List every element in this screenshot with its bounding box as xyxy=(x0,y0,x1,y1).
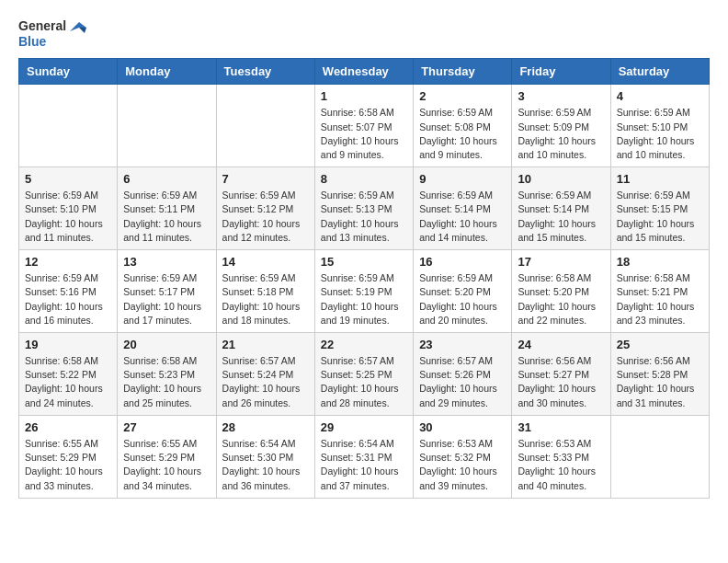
day-info: Sunrise: 6:57 AMSunset: 5:24 PMDaylight:… xyxy=(222,354,309,410)
day-info: Sunrise: 6:58 AMSunset: 5:21 PMDaylight:… xyxy=(617,271,703,327)
day-number: 30 xyxy=(419,420,506,434)
day-number: 10 xyxy=(518,172,604,186)
day-info: Sunrise: 6:53 AMSunset: 5:33 PMDaylight:… xyxy=(518,437,604,493)
calendar-cell: 16Sunrise: 6:59 AMSunset: 5:20 PMDayligh… xyxy=(414,250,512,333)
day-number: 12 xyxy=(25,255,111,269)
day-number: 22 xyxy=(321,338,407,351)
day-info: Sunrise: 6:56 AMSunset: 5:27 PMDaylight:… xyxy=(518,354,604,410)
calendar-cell: 22Sunrise: 6:57 AMSunset: 5:25 PMDayligh… xyxy=(314,333,413,416)
day-number: 17 xyxy=(518,255,604,269)
day-number: 7 xyxy=(222,172,309,186)
day-number: 4 xyxy=(617,89,703,103)
calendar-cell xyxy=(610,415,709,498)
calendar-cell: 6Sunrise: 6:59 AMSunset: 5:11 PMDaylight… xyxy=(118,167,216,250)
day-number: 27 xyxy=(123,420,210,434)
day-info: Sunrise: 6:58 AMSunset: 5:20 PMDaylight:… xyxy=(518,271,604,327)
weekday-header-wednesday: Wednesday xyxy=(314,59,413,85)
svg-marker-1 xyxy=(79,28,86,33)
day-number: 25 xyxy=(617,338,703,351)
calendar-cell: 25Sunrise: 6:56 AMSunset: 5:28 PMDayligh… xyxy=(610,333,709,416)
day-number: 5 xyxy=(25,172,111,186)
calendar-cell: 9Sunrise: 6:59 AMSunset: 5:14 PMDaylight… xyxy=(414,167,512,250)
day-info: Sunrise: 6:58 AMSunset: 5:23 PMDaylight:… xyxy=(123,354,210,410)
calendar-cell: 2Sunrise: 6:59 AMSunset: 5:08 PMDaylight… xyxy=(414,85,512,167)
day-number: 23 xyxy=(419,338,506,351)
day-info: Sunrise: 6:59 AMSunset: 5:08 PMDaylight:… xyxy=(419,106,506,162)
weekday-header-row: SundayMondayTuesdayWednesdayThursdayFrid… xyxy=(19,59,710,85)
calendar-cell: 30Sunrise: 6:53 AMSunset: 5:32 PMDayligh… xyxy=(414,415,512,498)
calendar-week-row: 26Sunrise: 6:55 AMSunset: 5:29 PMDayligh… xyxy=(19,415,710,498)
day-info: Sunrise: 6:56 AMSunset: 5:28 PMDaylight:… xyxy=(617,354,703,410)
day-number: 11 xyxy=(617,172,703,186)
logo-bird-icon xyxy=(68,18,88,35)
day-number: 21 xyxy=(222,338,309,351)
weekday-header-tuesday: Tuesday xyxy=(216,59,314,85)
day-info: Sunrise: 6:54 AMSunset: 5:31 PMDaylight:… xyxy=(321,437,407,493)
calendar-cell: 17Sunrise: 6:58 AMSunset: 5:20 PMDayligh… xyxy=(512,250,610,333)
day-number: 1 xyxy=(321,89,407,103)
calendar-cell: 27Sunrise: 6:55 AMSunset: 5:29 PMDayligh… xyxy=(118,415,216,498)
calendar-week-row: 5Sunrise: 6:59 AMSunset: 5:10 PMDaylight… xyxy=(19,167,710,250)
calendar-cell xyxy=(118,85,216,167)
calendar-table: SundayMondayTuesdayWednesdayThursdayFrid… xyxy=(18,58,710,498)
calendar-cell: 31Sunrise: 6:53 AMSunset: 5:33 PMDayligh… xyxy=(512,415,610,498)
calendar-cell: 4Sunrise: 6:59 AMSunset: 5:10 PMDaylight… xyxy=(610,85,709,167)
calendar-cell: 13Sunrise: 6:59 AMSunset: 5:17 PMDayligh… xyxy=(118,250,216,333)
calendar-cell: 8Sunrise: 6:59 AMSunset: 5:13 PMDaylight… xyxy=(314,167,413,250)
day-info: Sunrise: 6:57 AMSunset: 5:26 PMDaylight:… xyxy=(419,354,506,410)
weekday-header-monday: Monday xyxy=(118,59,216,85)
day-info: Sunrise: 6:58 AMSunset: 5:07 PMDaylight:… xyxy=(321,106,407,162)
calendar-cell: 3Sunrise: 6:59 AMSunset: 5:09 PMDaylight… xyxy=(512,85,610,167)
day-info: Sunrise: 6:59 AMSunset: 5:19 PMDaylight:… xyxy=(321,271,407,327)
day-number: 3 xyxy=(518,89,604,103)
day-number: 2 xyxy=(419,89,506,103)
calendar-cell: 29Sunrise: 6:54 AMSunset: 5:31 PMDayligh… xyxy=(314,415,413,498)
logo: General Blue xyxy=(18,18,88,49)
day-number: 31 xyxy=(518,420,604,434)
day-info: Sunrise: 6:59 AMSunset: 5:14 PMDaylight:… xyxy=(518,189,604,245)
calendar-cell: 24Sunrise: 6:56 AMSunset: 5:27 PMDayligh… xyxy=(512,333,610,416)
day-info: Sunrise: 6:59 AMSunset: 5:10 PMDaylight:… xyxy=(617,106,703,162)
day-number: 26 xyxy=(25,420,111,434)
day-number: 8 xyxy=(321,172,407,186)
day-info: Sunrise: 6:59 AMSunset: 5:15 PMDaylight:… xyxy=(617,189,703,245)
calendar-cell xyxy=(216,85,314,167)
calendar-cell: 28Sunrise: 6:54 AMSunset: 5:30 PMDayligh… xyxy=(216,415,314,498)
weekday-header-friday: Friday xyxy=(512,59,610,85)
day-info: Sunrise: 6:59 AMSunset: 5:13 PMDaylight:… xyxy=(321,189,407,245)
day-info: Sunrise: 6:59 AMSunset: 5:12 PMDaylight:… xyxy=(222,189,309,245)
day-info: Sunrise: 6:54 AMSunset: 5:30 PMDaylight:… xyxy=(222,437,309,493)
day-number: 24 xyxy=(518,338,604,351)
day-info: Sunrise: 6:59 AMSunset: 5:16 PMDaylight:… xyxy=(25,271,111,327)
day-number: 18 xyxy=(617,255,703,269)
calendar-cell: 14Sunrise: 6:59 AMSunset: 5:18 PMDayligh… xyxy=(216,250,314,333)
weekday-header-thursday: Thursday xyxy=(414,59,512,85)
day-info: Sunrise: 6:59 AMSunset: 5:14 PMDaylight:… xyxy=(419,189,506,245)
day-number: 28 xyxy=(222,420,309,434)
calendar-cell: 20Sunrise: 6:58 AMSunset: 5:23 PMDayligh… xyxy=(118,333,216,416)
day-info: Sunrise: 6:59 AMSunset: 5:11 PMDaylight:… xyxy=(123,189,210,245)
day-info: Sunrise: 6:53 AMSunset: 5:32 PMDaylight:… xyxy=(419,437,506,493)
day-number: 14 xyxy=(222,255,309,269)
calendar-cell: 10Sunrise: 6:59 AMSunset: 5:14 PMDayligh… xyxy=(512,167,610,250)
day-number: 9 xyxy=(419,172,506,186)
calendar-week-row: 1Sunrise: 6:58 AMSunset: 5:07 PMDaylight… xyxy=(19,85,710,167)
page-header: General Blue xyxy=(18,18,710,49)
calendar-cell: 26Sunrise: 6:55 AMSunset: 5:29 PMDayligh… xyxy=(19,415,118,498)
calendar-cell: 19Sunrise: 6:58 AMSunset: 5:22 PMDayligh… xyxy=(19,333,118,416)
logo-blue: Blue xyxy=(18,35,46,49)
day-info: Sunrise: 6:55 AMSunset: 5:29 PMDaylight:… xyxy=(25,437,111,493)
day-info: Sunrise: 6:59 AMSunset: 5:10 PMDaylight:… xyxy=(25,189,111,245)
calendar-cell: 5Sunrise: 6:59 AMSunset: 5:10 PMDaylight… xyxy=(19,167,118,250)
day-info: Sunrise: 6:59 AMSunset: 5:09 PMDaylight:… xyxy=(518,106,604,162)
calendar-week-row: 19Sunrise: 6:58 AMSunset: 5:22 PMDayligh… xyxy=(19,333,710,416)
day-info: Sunrise: 6:59 AMSunset: 5:17 PMDaylight:… xyxy=(123,271,210,327)
calendar-cell: 12Sunrise: 6:59 AMSunset: 5:16 PMDayligh… xyxy=(19,250,118,333)
calendar-cell: 1Sunrise: 6:58 AMSunset: 5:07 PMDaylight… xyxy=(314,85,413,167)
day-info: Sunrise: 6:57 AMSunset: 5:25 PMDaylight:… xyxy=(321,354,407,410)
logo-general: General xyxy=(18,19,66,33)
day-info: Sunrise: 6:58 AMSunset: 5:22 PMDaylight:… xyxy=(25,354,111,410)
day-number: 29 xyxy=(321,420,407,434)
calendar-cell: 21Sunrise: 6:57 AMSunset: 5:24 PMDayligh… xyxy=(216,333,314,416)
day-number: 6 xyxy=(123,172,210,186)
